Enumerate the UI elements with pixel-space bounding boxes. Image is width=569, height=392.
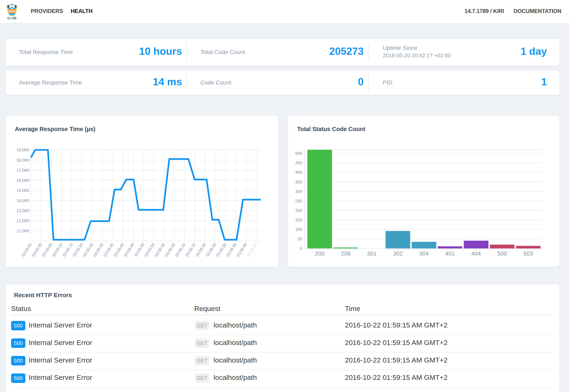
svg-text:304: 304 [419,251,429,257]
svg-text:14,000: 14,000 [16,198,29,203]
svg-text:206: 206 [341,251,351,257]
svg-text:500: 500 [295,151,302,156]
svg-text:200: 200 [315,251,325,257]
svg-text:50: 50 [298,237,302,241]
svg-text:450: 450 [295,161,302,165]
svg-text:401: 401 [445,251,455,257]
svg-text:500: 500 [497,251,507,257]
svg-text:404: 404 [471,251,481,257]
svg-text:16,000: 16,000 [16,178,29,182]
svg-text:300: 300 [295,189,302,194]
svg-text:12,000: 12,000 [16,218,29,223]
svg-text:400: 400 [295,170,302,175]
svg-text:19,000: 19,000 [16,148,29,152]
svg-text:200: 200 [295,208,302,213]
svg-text:302: 302 [393,251,403,257]
svg-text:0: 0 [300,246,302,251]
svg-text:100: 100 [295,227,302,232]
svg-text:17,000: 17,000 [16,168,29,172]
svg-text:15,000: 15,000 [16,188,29,193]
svg-text:18,000: 18,000 [16,158,29,162]
svg-text:150: 150 [295,218,302,222]
svg-text:13,000: 13,000 [16,208,29,213]
svg-text:301: 301 [367,251,377,257]
svg-text:03:06:45: 03:06:45 [246,242,258,257]
svg-text:503: 503 [524,251,533,257]
svg-text:350: 350 [295,180,302,184]
svg-text:11,000: 11,000 [17,229,29,233]
svg-text:250: 250 [295,199,302,203]
